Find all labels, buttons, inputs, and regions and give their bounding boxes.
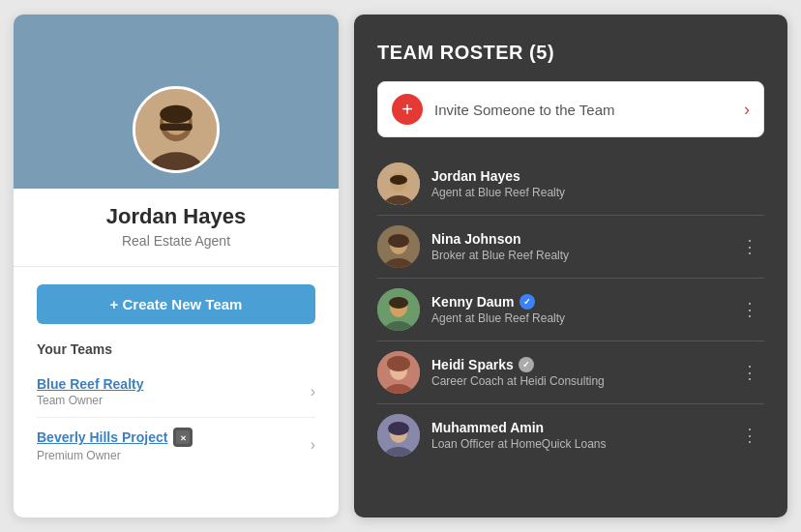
member-info-jordan: Jordan Hayes Agent at Blue Reef Realty <box>431 168 764 199</box>
member-name-muhammed: Muhammed Amin <box>431 420 735 435</box>
chevron-right-icon: › <box>311 436 315 454</box>
member-name-jordan: Jordan Hayes <box>431 168 764 184</box>
team-name-blue-reef: Blue Reef Realty <box>37 376 311 392</box>
your-teams-label: Your Teams <box>37 341 315 357</box>
invite-plus-icon: + <box>392 94 423 125</box>
svg-point-19 <box>389 297 408 309</box>
team-item-beverly-hills[interactable]: Beverly Hills Project ✕ Premium Owner › <box>37 418 315 472</box>
svg-point-11 <box>390 175 407 185</box>
team-name-beverly-hills: Beverly Hills Project ✕ <box>37 428 311 447</box>
your-teams-section: Your Teams Blue Reef Realty Team Owner ›… <box>14 334 339 480</box>
roster-item-jordan: Jordan Hayes Agent at Blue Reef Realty <box>377 153 764 216</box>
member-info-kenny: Kenny Daum ✓ Agent at Blue Reef Realty <box>431 294 735 325</box>
roster-item-muhammed: Muhammed Amin Loan Officer at HomeQuick … <box>377 404 764 466</box>
member-info-nina: Nina Johnson Broker at Blue Reef Realty <box>431 231 735 262</box>
avatar <box>133 86 220 173</box>
member-role-kenny: Agent at Blue Reef Realty <box>431 311 735 325</box>
profile-info: Jordan Hayes Real Estate Agent <box>14 189 339 258</box>
member-role-muhammed: Loan Officer at HomeQuick Loans <box>431 437 735 451</box>
roster-item-heidi: Heidi Sparks ✓ Career Coach at Heidi Con… <box>377 341 764 404</box>
premium-badge-icon: ✕ <box>173 428 193 447</box>
svg-point-15 <box>388 234 409 248</box>
roster-item-nina: Nina Johnson Broker at Blue Reef Realty … <box>377 216 764 279</box>
avatar-nina <box>377 225 420 268</box>
svg-rect-5 <box>160 123 193 130</box>
chevron-right-icon: › <box>311 383 315 400</box>
divider <box>14 266 339 267</box>
member-role-jordan: Agent at Blue Reef Realty <box>431 186 764 199</box>
verified-badge-blue-icon: ✓ <box>519 294 535 310</box>
left-panel: Jordan Hayes Real Estate Agent + Create … <box>14 15 339 517</box>
svg-point-23 <box>387 356 410 371</box>
invite-text: Invite Someone to the Team <box>434 102 744 118</box>
member-name-heidi: Heidi Sparks ✓ <box>431 357 735 372</box>
avatar-muhammed <box>377 414 420 457</box>
svg-point-4 <box>160 105 193 124</box>
profile-title: Real Estate Agent <box>37 233 315 249</box>
team-item-info: Blue Reef Realty Team Owner <box>37 376 311 407</box>
member-role-nina: Broker at Blue Reef Realty <box>431 249 735 262</box>
svg-point-27 <box>388 422 409 435</box>
team-item-blue-reef[interactable]: Blue Reef Realty Team Owner › <box>37 367 315 418</box>
avatar-jordan <box>377 163 420 205</box>
profile-header <box>14 15 339 189</box>
roster-list: Jordan Hayes Agent at Blue Reef Realty N… <box>377 153 764 502</box>
svg-text:✕: ✕ <box>180 434 187 443</box>
avatar-kenny <box>377 288 420 331</box>
member-menu-muhammed[interactable]: ⋮ <box>735 421 764 450</box>
member-role-heidi: Career Coach at Heidi Consulting <box>431 374 735 388</box>
member-menu-kenny[interactable]: ⋮ <box>735 295 764 324</box>
avatar-heidi <box>377 351 420 394</box>
invite-chevron-icon: › <box>744 100 750 120</box>
member-menu-nina[interactable]: ⋮ <box>735 232 764 261</box>
team-role-blue-reef: Team Owner <box>37 394 311 407</box>
invite-bar[interactable]: + Invite Someone to the Team › <box>377 81 764 137</box>
create-team-button[interactable]: + Create New Team <box>37 284 315 324</box>
member-name-nina: Nina Johnson <box>431 231 735 247</box>
verified-badge-gray-icon: ✓ <box>519 357 534 372</box>
roster-title: TEAM ROSTER (5) <box>377 42 764 64</box>
member-menu-heidi[interactable]: ⋮ <box>735 358 764 387</box>
team-item-info-beverly: Beverly Hills Project ✕ Premium Owner <box>37 428 311 462</box>
member-info-muhammed: Muhammed Amin Loan Officer at HomeQuick … <box>431 420 735 451</box>
team-role-beverly-hills: Premium Owner <box>37 449 311 462</box>
member-info-heidi: Heidi Sparks ✓ Career Coach at Heidi Con… <box>431 357 735 388</box>
profile-name: Jordan Hayes <box>37 204 315 229</box>
roster-item-kenny: Kenny Daum ✓ Agent at Blue Reef Realty ⋮ <box>377 279 764 341</box>
member-name-kenny: Kenny Daum ✓ <box>431 294 735 310</box>
right-panel: TEAM ROSTER (5) + Invite Someone to the … <box>354 15 787 517</box>
